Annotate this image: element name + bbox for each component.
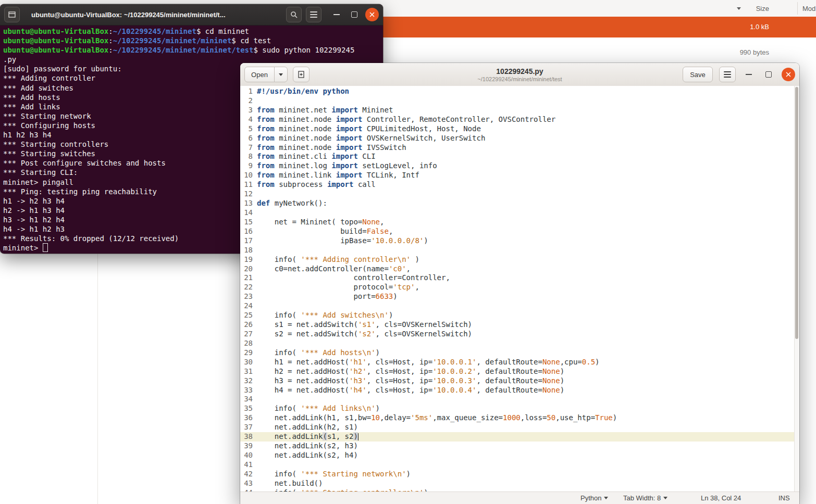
editor-minimize-button[interactable] bbox=[742, 68, 756, 81]
line-number: 36 bbox=[242, 413, 253, 423]
open-dropdown-button[interactable] bbox=[274, 67, 288, 82]
document-path: ~/102299245/mininet/mininet/test bbox=[477, 76, 562, 82]
code-line[interactable]: 30 h1 = net.addHost('h1', cls=Host, ip='… bbox=[240, 358, 794, 367]
line-number: 35 bbox=[242, 404, 253, 413]
maximize-icon bbox=[351, 11, 357, 18]
code-line[interactable]: 1#!/usr/bin/env python bbox=[240, 87, 794, 96]
code-line[interactable]: 17 ipBase='10.0.0.0/8') bbox=[240, 236, 794, 246]
save-button[interactable]: Save bbox=[683, 67, 713, 82]
menu-icon bbox=[310, 11, 317, 18]
line-number: 24 bbox=[242, 301, 253, 311]
code-line[interactable]: 15 net = Mininet( topo=None, bbox=[240, 218, 794, 227]
editor-title-block: 102299245.py ~/102299245/mininet/mininet… bbox=[477, 67, 562, 82]
code-line[interactable]: 19 info( '*** Adding controller\n' ) bbox=[240, 255, 794, 264]
scrollbar-thumb[interactable] bbox=[795, 87, 798, 339]
maximize-button[interactable] bbox=[348, 8, 361, 21]
chevron-down-icon[interactable] bbox=[737, 7, 741, 10]
code-line[interactable]: 7from mininet.node import IVSSwitch bbox=[240, 143, 794, 153]
code-line[interactable]: 36 net.addLink(h1, s1,bw=10,delay='5ms',… bbox=[240, 413, 794, 423]
cursor-position: Ln 38, Col 24 bbox=[701, 494, 741, 502]
code-line[interactable]: 34 bbox=[240, 395, 794, 404]
code-line[interactable]: 25 info( '*** Add switches\n') bbox=[240, 311, 794, 320]
code-line[interactable]: 12 bbox=[240, 190, 794, 199]
line-number: 31 bbox=[242, 367, 253, 376]
code-line[interactable]: 42 info( '*** Starting network\n') bbox=[240, 470, 794, 479]
editor-titlebar[interactable]: Open 102299245.py ~/102299245/mininet/mi… bbox=[240, 63, 799, 86]
terminal-titlebar[interactable]: ubuntu@ubuntu-VirtualBox: ~/102299245/mi… bbox=[0, 4, 383, 26]
code-line[interactable]: 9from mininet.log import setLogLevel, in… bbox=[240, 161, 794, 171]
close-button[interactable] bbox=[365, 8, 379, 21]
line-number: 11 bbox=[242, 180, 253, 190]
code-line[interactable]: 10from mininet.link import TCLink, Intf bbox=[240, 171, 794, 180]
code-line[interactable]: 23 port=6633) bbox=[240, 292, 794, 301]
line-number: 26 bbox=[242, 320, 253, 330]
code-line[interactable]: 32 h3 = net.addHost('h3', cls=Host, ip='… bbox=[240, 376, 794, 386]
code-line[interactable]: 31 h2 = net.addHost('h2', cls=Host, ip='… bbox=[240, 367, 794, 376]
code-line[interactable]: 28 bbox=[240, 339, 794, 348]
line-number: 19 bbox=[242, 255, 253, 264]
editor-code[interactable]: 1#!/usr/bin/env python23from mininet.net… bbox=[240, 86, 794, 492]
code-line[interactable]: 29 info( '*** Add hosts\n') bbox=[240, 348, 794, 358]
modified-column-header[interactable]: Mod bbox=[802, 5, 816, 12]
line-number: 34 bbox=[242, 395, 253, 404]
search-button[interactable] bbox=[286, 7, 302, 22]
code-line[interactable]: 41 bbox=[240, 460, 794, 470]
new-window-icon bbox=[8, 11, 16, 18]
code-line[interactable]: 8from mininet.cli import CLI bbox=[240, 152, 794, 161]
new-document-button[interactable] bbox=[293, 67, 310, 82]
code-line[interactable]: 20 c0=net.addController(name='c0', bbox=[240, 264, 794, 274]
editor-menu-button[interactable] bbox=[719, 67, 736, 82]
line-number: 28 bbox=[242, 339, 253, 348]
maximize-icon bbox=[765, 71, 772, 78]
size-column-header[interactable]: Size bbox=[756, 5, 769, 12]
line-number: 15 bbox=[242, 218, 253, 227]
document-title: 102299245.py bbox=[477, 67, 562, 75]
menu-icon bbox=[724, 71, 731, 78]
code-line[interactable]: 2 bbox=[240, 96, 794, 106]
line-number: 18 bbox=[242, 246, 253, 255]
code-line[interactable]: 21 controller=Controller, bbox=[240, 273, 794, 283]
code-line[interactable]: 11from subprocess import call bbox=[240, 180, 794, 190]
editor-scrollbar[interactable] bbox=[794, 86, 799, 492]
minimize-button[interactable] bbox=[330, 8, 343, 21]
code-line[interactable]: 14 bbox=[240, 208, 794, 218]
line-number: 22 bbox=[242, 283, 253, 292]
code-line[interactable]: 18 bbox=[240, 246, 794, 255]
code-line[interactable]: 22 protocol='tcp', bbox=[240, 283, 794, 292]
editor-maximize-button[interactable] bbox=[762, 68, 775, 81]
language-selector[interactable]: Python bbox=[580, 494, 608, 502]
code-line[interactable]: 40 net.addLink(s2, h4) bbox=[240, 451, 794, 460]
line-number: 29 bbox=[242, 348, 253, 358]
code-line[interactable]: 13def myNetwork(): bbox=[240, 199, 794, 208]
menu-button[interactable] bbox=[306, 7, 322, 22]
code-line[interactable]: 24 bbox=[240, 301, 794, 311]
line-number: 1 bbox=[242, 87, 253, 96]
code-line[interactable]: 37 net.addLink(h2, s1) bbox=[240, 423, 794, 432]
close-icon bbox=[786, 72, 791, 77]
code-line[interactable]: 43 net.build() bbox=[240, 479, 794, 488]
line-number: 38 bbox=[242, 432, 253, 442]
editor-close-button[interactable] bbox=[782, 68, 795, 81]
close-icon bbox=[369, 12, 375, 17]
code-line[interactable]: 38 net.addLink(s1, s2) bbox=[240, 432, 794, 442]
code-line[interactable]: 26 s1 = net.addSwitch('s1', cls=OVSKerne… bbox=[240, 320, 794, 330]
line-number: 27 bbox=[242, 330, 253, 339]
code-line[interactable]: 33 h4 = net.addHost('h4', cls=Host, ip='… bbox=[240, 386, 794, 395]
code-line[interactable]: 39 net.addLink(s2, h3) bbox=[240, 442, 794, 451]
code-line[interactable]: 27 s2 = net.addSwitch('s2', cls=OVSKerne… bbox=[240, 330, 794, 339]
code-line[interactable]: 3from mininet.net import Mininet bbox=[240, 106, 794, 115]
open-button[interactable]: Open bbox=[244, 67, 275, 82]
tab-width-selector[interactable]: Tab Width: 8 bbox=[623, 494, 667, 502]
new-window-button[interactable] bbox=[4, 7, 20, 22]
code-line[interactable]: 35 info( '*** Add links\n') bbox=[240, 404, 794, 413]
line-number: 42 bbox=[242, 470, 253, 479]
code-line[interactable]: 4from mininet.node import Controller, Re… bbox=[240, 115, 794, 124]
line-number: 8 bbox=[242, 152, 253, 161]
line-number: 12 bbox=[242, 190, 253, 199]
code-line[interactable]: 6from mininet.node import OVSKernelSwitc… bbox=[240, 134, 794, 143]
line-number: 13 bbox=[242, 199, 253, 208]
terminal-line: ubuntu@ubuntu-VirtualBox:~/102299245/min… bbox=[3, 45, 380, 55]
line-number: 4 bbox=[242, 115, 253, 124]
code-line[interactable]: 16 build=False, bbox=[240, 227, 794, 236]
code-line[interactable]: 5from mininet.node import CPULimitedHost… bbox=[240, 124, 794, 134]
